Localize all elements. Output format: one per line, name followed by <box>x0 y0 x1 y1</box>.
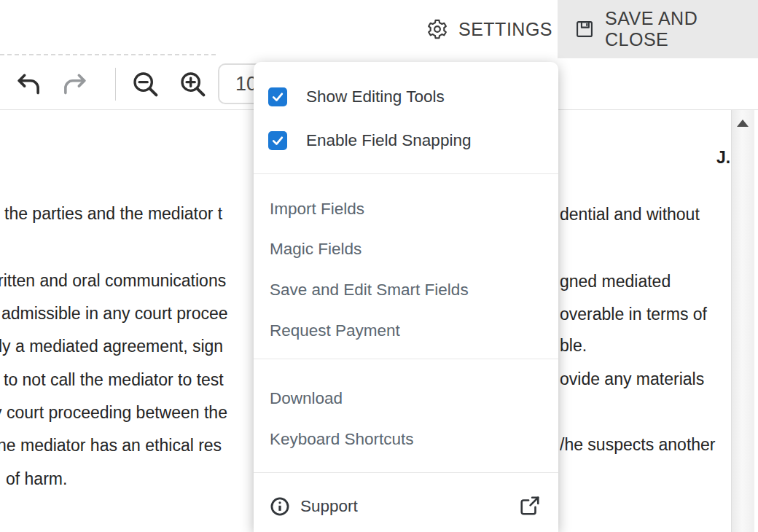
settings-menu: Show Editing Tools Enable Field Snapping… <box>254 62 558 532</box>
doc-text-line: ne mediator has an ethical res <box>0 436 222 455</box>
doc-text-line: to not call the mediator to test <box>4 370 224 390</box>
redo-icon <box>60 72 88 97</box>
settings-button[interactable]: SETTINGS <box>426 0 552 58</box>
menu-divider <box>254 359 558 359</box>
menu-item-keyboard-shortcuts[interactable]: Keyboard Shortcuts <box>254 425 558 454</box>
support-label: Support <box>300 497 358 516</box>
doc-text-line: ovide any materials <box>560 369 704 389</box>
redo-button[interactable] <box>60 70 89 99</box>
magnifier-minus-icon <box>131 70 160 99</box>
menu-toggle-enable-field-snapping[interactable]: Enable Field Snapping <box>254 127 558 154</box>
triangle-up-icon <box>737 120 749 127</box>
menu-item-magic-fields[interactable]: Magic Fields <box>254 235 558 264</box>
save-and-close-label: SAVE AND CLOSE <box>605 8 758 50</box>
save-and-close-button[interactable]: SAVE AND CLOSE <box>574 0 758 58</box>
info-circle-icon <box>270 496 290 517</box>
doc-text-line: of harm. <box>6 469 67 489</box>
menu-item-download[interactable]: Download <box>254 384 558 413</box>
zoom-in-button[interactable] <box>179 70 208 99</box>
menu-divider <box>254 173 558 174</box>
settings-label: SETTINGS <box>458 19 552 40</box>
checkbox-checked-icon[interactable] <box>268 131 287 150</box>
save-icon <box>574 19 595 39</box>
scroll-up-button[interactable] <box>733 112 752 134</box>
doc-text-line: overable in terms of <box>560 305 707 324</box>
dashed-divider <box>0 54 216 55</box>
undo-button[interactable] <box>15 70 44 99</box>
doc-text-line: ly a mediated agreement, sign <box>0 337 223 356</box>
menu-item-support[interactable]: Support <box>254 492 558 521</box>
doc-text-line: y court proceeding between the <box>0 403 227 423</box>
checkbox-label: Show Editing Tools <box>306 87 445 106</box>
undo-icon <box>15 72 43 97</box>
menu-item-import-fields[interactable]: Import Fields <box>254 195 558 224</box>
doc-text-line: ritten and oral communications <box>0 271 226 291</box>
checkbox-checked-icon[interactable] <box>268 87 287 106</box>
doc-text-line: the parties and the mediator t <box>4 204 222 224</box>
menu-divider <box>254 472 558 473</box>
doc-text-line: ble. <box>560 336 587 356</box>
screen: SETTINGS SAVE AND CLOSE <box>0 0 758 532</box>
document-page-right[interactable]: J. dential and without gned mediated ove… <box>560 109 731 532</box>
doc-text-line: /he suspects another <box>560 435 716 455</box>
checkbox-label: Enable Field Snapping <box>306 131 471 150</box>
document-page[interactable]: the parties and the mediator t ritten an… <box>0 109 254 532</box>
page-label: J. <box>716 148 730 168</box>
menu-item-save-and-edit-smart-fields[interactable]: Save and Edit Smart Fields <box>254 275 558 305</box>
doc-text-line: admissible in any court procee <box>1 304 228 324</box>
magnifier-plus-icon <box>179 70 208 99</box>
toolbar-separator <box>115 68 116 101</box>
header-bar: SETTINGS SAVE AND CLOSE <box>0 0 758 58</box>
menu-toggle-show-editing-tools[interactable]: Show Editing Tools <box>254 83 558 111</box>
menu-item-request-payment[interactable]: Request Payment <box>254 316 558 345</box>
doc-text-line: gned mediated <box>560 272 671 292</box>
zoom-out-button[interactable] <box>131 70 160 99</box>
vertical-scrollbar[interactable] <box>731 110 754 532</box>
gear-icon <box>426 18 448 40</box>
external-link-icon[interactable] <box>519 495 541 517</box>
doc-text-line: dential and without <box>560 205 700 224</box>
